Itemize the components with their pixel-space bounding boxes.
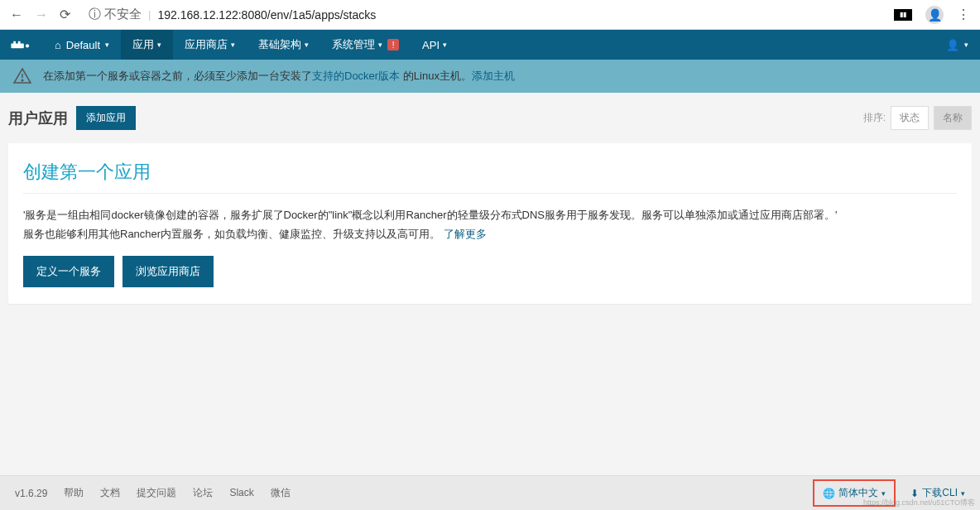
nav-item-label: API (422, 39, 440, 51)
browse-catalog-button[interactable]: 浏览应用商店 (122, 256, 214, 287)
nav-item-4[interactable]: API▾ (411, 30, 459, 60)
address-bar[interactable]: ⓘ 不安全 | 192.168.12.122:8080/env/1a5/apps… (82, 5, 882, 25)
svg-point-3 (26, 44, 29, 47)
svg-rect-0 (11, 44, 23, 49)
info-icon: ⓘ (89, 7, 101, 22)
chevron-down-icon: ▾ (231, 41, 235, 49)
svg-rect-2 (18, 41, 21, 45)
user-menu[interactable]: 👤 ▾ (934, 39, 980, 51)
chevron-down-icon: ▾ (961, 489, 965, 498)
footer-link-3[interactable]: 论坛 (193, 487, 213, 498)
globe-icon: 🌐 (823, 488, 835, 499)
warn-badge: ! (387, 39, 399, 51)
page-header: 用户应用 添加应用 排序: 状态 名称 (0, 93, 980, 138)
reload-button[interactable]: ⟳ (60, 8, 70, 22)
svg-point-5 (22, 79, 23, 81)
add-stack-button[interactable]: 添加应用 (76, 106, 136, 130)
banner-text-mid: 的Linux主机。 (400, 70, 472, 82)
nav-item-1[interactable]: 应用商店▾ (173, 30, 247, 60)
rancher-logo[interactable] (0, 30, 43, 60)
chevron-down-icon: ▾ (157, 41, 161, 49)
profile-avatar[interactable]: 👤 (925, 6, 944, 24)
warning-icon (12, 65, 33, 87)
url-text: 192.168.12.122:8080/env/1a5/apps/stacks (157, 8, 376, 22)
insecure-label: 不安全 (104, 7, 142, 22)
sort-by-status[interactable]: 状态 (891, 106, 929, 130)
svg-rect-1 (13, 41, 16, 45)
panel-actions: 定义一个服务 浏览应用商店 (23, 256, 957, 287)
home-icon: ⌂ (55, 39, 61, 51)
chevron-down-icon: ▾ (964, 41, 968, 49)
nav-items: 应用▾应用商店▾基础架构▾系统管理▾!API▾ (121, 30, 459, 60)
banner-link-docker[interactable]: 支持的Docker版本 (312, 70, 400, 82)
nav-item-2[interactable]: 基础架构▾ (247, 30, 320, 60)
empty-state-panel: 创建第一个应用 '服务是一组由相同docker镜像创建的容器，服务扩展了Dock… (8, 143, 972, 304)
nav-item-0[interactable]: 应用▾ (121, 30, 173, 60)
footer-links: 帮助文档提交问题论坛Slack微信 (64, 486, 306, 500)
sort-by-name[interactable]: 名称 (934, 106, 972, 130)
banner-text: 在添加第一个服务或容器之前，必须至少添加一台安装了支持的Docker版本 的Li… (43, 69, 515, 84)
panel-heading: 创建第一个应用 (23, 160, 957, 194)
chevron-down-icon: ▾ (882, 489, 886, 498)
chevron-down-icon: ▾ (443, 41, 447, 49)
footer-link-0[interactable]: 帮助 (64, 487, 84, 498)
chevron-down-icon: ▾ (378, 41, 382, 49)
footer-link-4[interactable]: Slack (229, 487, 253, 498)
define-service-button[interactable]: 定义一个服务 (23, 256, 114, 287)
sort-label: 排序: (863, 111, 886, 125)
forward-button[interactable]: → (35, 8, 48, 22)
nav-item-label: 基础架构 (258, 37, 301, 52)
main-navbar: ⌂ Default ▾ 应用▾应用商店▾基础架构▾系统管理▾!API▾ 👤 ▾ (0, 30, 980, 60)
learn-more-link[interactable]: 了解更多 (444, 228, 487, 240)
footer-link-1[interactable]: 文档 (100, 487, 120, 498)
panel-paragraph-1: '服务是一组由相同docker镜像创建的容器，服务扩展了Docker的"link… (23, 205, 957, 224)
address-separator: | (148, 8, 151, 21)
nav-item-label: 应用 (132, 37, 154, 52)
nav-item-label: 应用商店 (185, 37, 228, 52)
extension-badge[interactable]: ▮▮ (894, 9, 912, 21)
nav-item-label: 系统管理 (332, 37, 375, 52)
nav-item-3[interactable]: 系统管理▾! (320, 30, 411, 60)
banner-text-before: 在添加第一个服务或容器之前，必须至少添加一台安装了 (43, 70, 312, 82)
watermark: https://blog.csdn.net/u51CTO博客 (863, 498, 975, 508)
browser-toolbar: ← → ⟳ ⓘ 不安全 | 192.168.12.122:8080/env/1a… (0, 0, 980, 30)
menu-icon[interactable]: ⋮ (957, 8, 970, 22)
panel-p2-text: 服务也能够利用其他Rancher内置服务，如负载均衡、健康监控、升级支持以及高可… (23, 228, 444, 240)
user-icon: 👤 (946, 39, 959, 51)
chevron-down-icon: ▾ (105, 41, 109, 49)
version-label: v1.6.29 (15, 488, 47, 499)
env-label: Default (66, 39, 100, 51)
footer-link-2[interactable]: 提交问题 (137, 487, 176, 498)
environment-selector[interactable]: ⌂ Default ▾ (43, 30, 121, 60)
sort-controls: 排序: 状态 名称 (863, 106, 972, 130)
panel-paragraph-2: 服务也能够利用其他Rancher内置服务，如负载均衡、健康监控、升级支持以及高可… (23, 224, 957, 243)
security-indicator[interactable]: ⓘ 不安全 (89, 7, 142, 22)
chevron-down-icon: ▾ (305, 41, 309, 49)
page-title: 用户应用 (8, 108, 68, 128)
back-button[interactable]: ← (10, 8, 23, 22)
banner-link-addhost[interactable]: 添加主机 (472, 70, 515, 82)
footer: v1.6.29 帮助文档提交问题论坛Slack微信 🌐 简体中文 ▾ ⬇ 下载C… (0, 475, 980, 510)
info-banner: 在添加第一个服务或容器之前，必须至少添加一台安装了支持的Docker版本 的Li… (0, 60, 980, 93)
footer-link-5[interactable]: 微信 (271, 487, 291, 498)
